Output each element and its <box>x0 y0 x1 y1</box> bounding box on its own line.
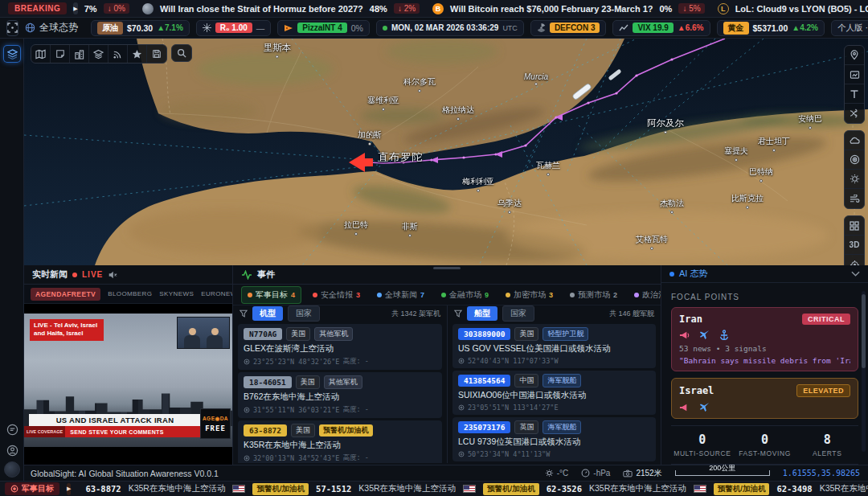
focal-meta: 53 news • 3 signals <box>679 344 850 353</box>
vessel-row[interactable]: 235073176英国海军舰船LCU 9739位英国港口或领水活动 50°23'… <box>452 417 656 461</box>
aircraft-total: 共 1342 架军机 <box>391 309 440 319</box>
ticker-text[interactable]: K35R在东地中海上空活动 <box>358 483 456 494</box>
defcon-indicator[interactable]: DEFCON 3 <box>530 20 607 36</box>
chart-line-icon <box>619 23 628 32</box>
tab-euronews[interactable]: EURONEWS <box>201 290 232 297</box>
focal-card-iran[interactable]: Iran CRITICAL 53 news • 3 signals "Bahra… <box>671 307 858 371</box>
speaker-muted-icon[interactable] <box>108 270 117 280</box>
weather-layer-button[interactable] <box>845 131 864 150</box>
market-question[interactable]: LoL: Cloud9 vs LYON (BO5) - LCS Lock In … <box>735 4 868 14</box>
gauge-icon <box>581 469 590 478</box>
wind-layer-button[interactable] <box>845 189 864 208</box>
grid-view-button[interactable] <box>845 216 864 236</box>
focal-name: Israel <box>679 385 714 396</box>
ticker-play-button[interactable]: ▶ <box>67 483 71 495</box>
live-news-panel: 实时新闻 LIVE AGENDAFREETV BLOOMBERG SKYNEWS… <box>24 265 233 465</box>
map-city-label: 拉巴特 <box>344 219 368 236</box>
situation-map[interactable]: 里斯本 科尔多瓦 塞维利亚 格拉纳达 Murcia 加的斯 直布罗陀 梅利利亚 … <box>24 39 868 265</box>
layers-button[interactable] <box>89 45 108 63</box>
r0-indicator[interactable]: R₀ 1.00 — <box>196 20 271 36</box>
threat-level-badge: CRITICAL <box>802 314 850 325</box>
news-anchor <box>184 335 200 348</box>
ticker-play-button[interactable]: ▶ <box>73 2 77 14</box>
tab-security[interactable]: 安全情报3 <box>307 287 366 303</box>
plan-badge[interactable]: 个人版 · 26天 <box>831 20 868 36</box>
filter-by-shiptype[interactable]: 船型 <box>467 306 497 321</box>
tab-financial[interactable]: 金融市场9 <box>436 287 494 303</box>
ticker-category-badge[interactable]: 军事目标 <box>5 482 59 495</box>
tab-skynews[interactable]: SKYNEWS <box>159 290 194 297</box>
tab-agendafreetv[interactable]: AGENDAFREETV <box>31 288 100 301</box>
anchor-icon[interactable] <box>719 330 729 340</box>
tab-prediction[interactable]: 预测市场2 <box>564 287 623 303</box>
aircraft-row[interactable]: 63-8872美国预警机/加油机K35R在东地中海上空活动 32°00'13"N… <box>238 420 442 463</box>
megaphone-icon[interactable] <box>679 403 690 412</box>
ticker-text[interactable]: K35R在东地中海上空活动 <box>129 483 226 494</box>
pizzaint-indicator[interactable]: PizzaINT 4 0% <box>277 20 370 36</box>
market-question[interactable]: Will Bitcoin reach $76,000 February 23-M… <box>450 4 653 14</box>
map-city-label: 里斯本 <box>264 42 292 59</box>
news-source-tabs: AGENDAFREETV BLOOMBERG SKYNEWS EURONEWS … <box>24 285 232 304</box>
map-city-label: 安纳巴 <box>798 113 822 129</box>
scrollbar-thumb[interactable] <box>862 294 866 368</box>
filter-by-country[interactable]: 国家 <box>502 305 534 322</box>
globe-icon <box>25 23 35 33</box>
user-button[interactable] <box>4 442 20 458</box>
threat-level-badge: ELEVATED <box>796 384 850 397</box>
map-city-label: 阿尔及尔 <box>647 117 684 134</box>
save-button[interactable] <box>147 45 166 63</box>
signals-button[interactable] <box>108 45 128 63</box>
scan-logo-icon[interactable] <box>6 20 18 36</box>
filter-by-type[interactable]: 机型 <box>252 306 283 321</box>
panel-drag-handle[interactable] <box>433 267 461 269</box>
live-video-player[interactable]: LIVE - Tel Aviv, Israel and Haifa, Israe… <box>24 304 232 465</box>
annotation-button[interactable] <box>51 45 70 63</box>
map-search-button[interactable] <box>171 44 192 62</box>
market-question[interactable]: Will Iran close the Strait of Hormuz bef… <box>160 4 363 14</box>
oil-indicator[interactable]: 原油 $70.30 ▲7.1% <box>91 20 190 36</box>
aircraft-row[interactable]: N770AG美国其他军机GLEX在波斯湾上空活动 23°25'23"N 48°3… <box>238 324 442 370</box>
country-badge: 中国 <box>514 374 538 387</box>
shuffle-routes-button[interactable] <box>845 104 864 123</box>
chat-button[interactable] <box>4 421 20 437</box>
ai-title: AI 态势 <box>679 268 707 280</box>
cursor-coordinates: 1.61555,35.98265 <box>783 469 860 478</box>
basemap-button[interactable] <box>31 45 51 63</box>
tab-bloomberg[interactable]: BLOOMBERG <box>108 290 152 297</box>
frame-button[interactable] <box>845 65 864 84</box>
filter-by-country[interactable]: 国家 <box>288 305 320 322</box>
tab-military[interactable]: 军事目标4 <box>241 286 301 304</box>
tab-global-news[interactable]: 全球新闻7 <box>371 287 430 303</box>
aircraft-row[interactable]: 18-46051美国其他军机B762在东地中海上空活动 31°55'11"N 3… <box>238 372 442 418</box>
gold-indicator[interactable]: 黄金 $5371.00 ▲4.2% <box>717 20 825 36</box>
focal-card-israel[interactable]: Israel ELEVATED <box>671 378 858 419</box>
ticker-text[interactable]: K35R在东地中海上空活动 <box>820 483 868 494</box>
ticker-text[interactable]: K35R在东地中海上空活动 <box>589 483 686 494</box>
global-layers-button[interactable] <box>3 45 21 63</box>
vessel-row[interactable]: 303889000美国轻型护卫舰US GOV VESSEL位美国港口或领水活动 … <box>452 324 656 368</box>
vessel-row[interactable]: 413854564中国海军舰船SUIXIAO06位中国港口或领水活动 23°05… <box>452 371 656 415</box>
daynight-layer-button[interactable] <box>845 170 864 189</box>
collapse-chevron-icon[interactable] <box>851 271 860 277</box>
locate-button[interactable] <box>845 255 864 265</box>
aircraft-icon[interactable] <box>699 402 710 412</box>
news-panel-header: 实时新闻 LIVE <box>24 265 232 285</box>
ticker-callsign: 57-1512 <box>316 484 351 494</box>
megaphone-icon[interactable] <box>679 330 690 340</box>
add-pin-button[interactable] <box>845 46 864 65</box>
tab-crypto[interactable]: 加密市场3 <box>500 287 559 303</box>
tab-politics[interactable]: 政治治理4 <box>628 287 661 303</box>
radar-layer-button[interactable] <box>845 150 864 170</box>
vix-indicator[interactable]: VIX 19.9 ▲6.6% <box>612 20 710 36</box>
avatar[interactable] <box>4 461 20 478</box>
text-tool-button[interactable] <box>845 84 864 104</box>
3d-toggle-button[interactable]: 3D <box>845 236 864 255</box>
favorites-button[interactable] <box>128 45 147 63</box>
scrollbar[interactable] <box>862 291 866 452</box>
app-title: 全球态势 <box>39 21 78 35</box>
prediction-markets-ticker: BREAKING ▶ 7% ↓ 0% Will Iran close the S… <box>0 0 868 18</box>
market-pct: 0% <box>660 4 673 14</box>
infrastructure-button[interactable] <box>70 45 89 63</box>
aircraft-icon[interactable] <box>699 330 710 340</box>
radiation-icon <box>537 23 546 32</box>
